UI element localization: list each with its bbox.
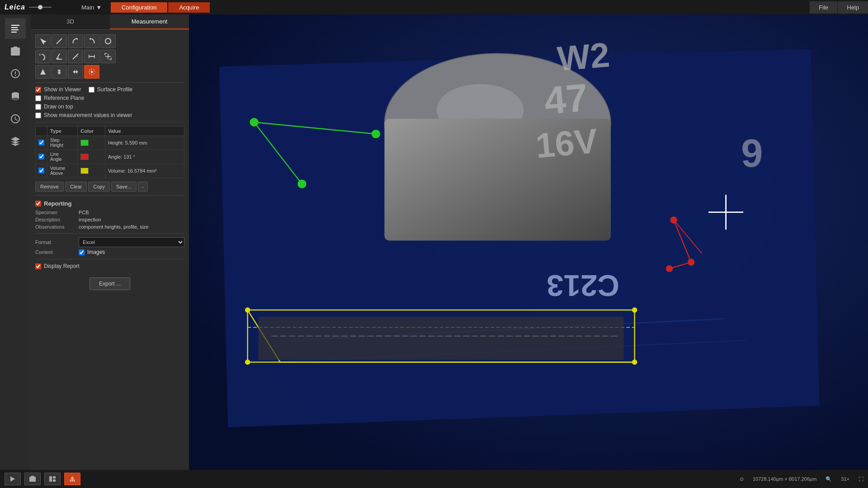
minus-button[interactable]: - [138,182,148,192]
config-button[interactable]: Configuration [111,2,167,13]
dropdown-arrow-icon: ▼ [96,4,102,11]
display-report-checkbox[interactable] [35,263,41,269]
show-in-viewer-label: Show in Viewer [44,86,81,93]
clear-button[interactable]: Clear [65,182,87,192]
measurement-table: Type Color Value Step Height Height: 5.5… [35,126,184,178]
expand-icon: ⛶ [859,476,863,482]
format-label: Format [35,239,76,245]
tool-undo[interactable] [35,50,51,63]
svg-marker-25 [57,72,61,75]
camera-bottom-button[interactable] [24,473,41,485]
show-measurement-row: Show measurement values in viewer [35,112,184,118]
content-row: Content Images [35,249,184,255]
specimen-label: Specimen [35,210,76,215]
reporting-checkbox[interactable] [35,201,41,206]
tool-arc-cw[interactable] [84,34,99,48]
images-label: Images [87,249,105,255]
sidebar-icon-list[interactable] [5,18,26,39]
reference-plane-label: Reference Plane [44,95,84,101]
slider-thumb [38,5,42,9]
row1-type: Step Height [47,136,78,150]
help-button[interactable]: Help [838,1,868,14]
svg-rect-68 [53,476,56,479]
action-btn-row: Remove Clear Copy Save... - [35,182,184,192]
divider-3 [35,195,184,196]
images-checkbox[interactable] [79,249,85,255]
row1-value-num: 5.590 mm [125,140,147,145]
description-label: Description [35,217,76,222]
surface-profile-checkbox[interactable] [89,87,94,93]
content-label: Content [35,249,76,255]
svg-point-29 [91,71,93,73]
copy-button[interactable]: Copy [88,182,110,192]
sidebar-icon-3d[interactable] [5,131,26,152]
tab-3d[interactable]: 3D [31,14,110,29]
divider-5 [35,259,184,259]
tool-line-angle[interactable] [68,50,83,63]
viewport: W2 47 16V C213 9 [189,14,868,470]
show-in-viewer-row: Show in Viewer Surface Profile [35,86,184,93]
left-sidebar [0,14,31,470]
tool-settings[interactable] [84,65,99,79]
bottom-bar: ⊙ 10728.140µm × 8017.206µm 🔍 31× ⛶ [0,470,868,488]
row3-color [78,164,105,178]
zoom-icon: 🔍 [826,476,832,482]
row1-value: Height: 5.590 mm [105,136,184,150]
reference-plane-checkbox[interactable] [35,95,41,101]
observations-label: Observations [35,224,76,230]
save-button[interactable]: Save... [111,182,137,192]
nav-buttons: Configuration Acquire [111,2,210,13]
play-button[interactable] [5,473,21,485]
logo: Leica [5,3,25,11]
svg-marker-22 [40,69,46,75]
layout-button[interactable] [44,473,61,485]
slider-track [29,7,52,8]
tool-bidir-v[interactable] [52,65,67,79]
col-header-color: Color [78,127,105,136]
tool-up[interactable] [35,65,51,79]
warning-button[interactable] [64,473,80,485]
top-bar: Leica Main ▼ Configuration Acquire File … [0,0,868,14]
sidebar-icon-camera[interactable] [5,41,26,61]
logo-slider [29,7,52,8]
panel-tabs: 3D Measurement [31,14,189,30]
sidebar-icon-clock[interactable] [5,108,26,129]
row2-value: Angle: 131 ° [105,150,184,164]
acquire-button[interactable]: Acquire [168,2,210,13]
tool-line[interactable] [52,34,67,48]
sidebar-icon-cylinder[interactable] [5,86,26,107]
format-select[interactable]: Excel PDF CSV [79,237,184,247]
tool-arc-full[interactable] [100,34,116,48]
tool-arc-ccw[interactable] [68,34,83,48]
export-button[interactable]: Export ... [90,277,130,290]
svg-rect-69 [53,479,56,482]
col-header-check [36,127,47,136]
tool-row-2 [35,50,184,63]
tool-expand[interactable] [100,50,116,63]
file-button[interactable]: File [810,1,837,14]
tab-measurement[interactable]: Measurement [110,14,189,29]
show-measurement-checkbox[interactable] [35,113,41,118]
main-dropdown[interactable]: Main ▼ [81,4,102,11]
tool-angle[interactable] [52,50,67,63]
divider-1 [35,82,184,83]
tool-distance[interactable] [84,50,99,63]
svg-rect-0 [11,25,19,26]
pcb-background [189,14,868,470]
sidebar-icon-light[interactable] [5,63,26,84]
description-row: Description inspection [35,217,184,222]
tool-bidir-h[interactable] [68,65,83,79]
svg-rect-2 [11,29,19,30]
remove-button[interactable]: Remove [35,182,64,192]
description-value: inspection [79,217,184,222]
display-report-row: Display Report [35,263,184,269]
svg-rect-67 [49,476,52,482]
show-in-viewer-checkbox[interactable] [35,87,41,93]
row3-color-swatch [80,168,89,174]
draw-on-top-checkbox[interactable] [35,104,41,110]
col-header-value: Value [105,127,184,136]
zoom-display: 31× [841,476,849,482]
tool-cursor[interactable] [35,34,51,48]
display-report-label: Display Report [44,263,80,269]
observations-row: Observations component heights, profile,… [35,224,184,230]
